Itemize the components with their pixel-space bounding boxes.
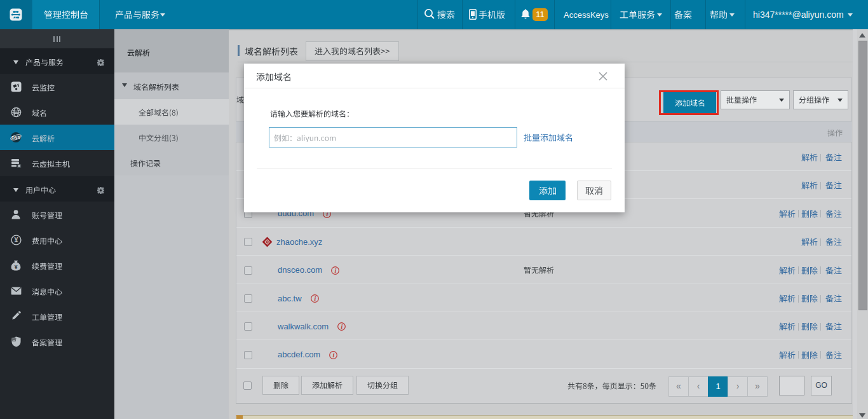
svg-text:i: i <box>333 351 335 358</box>
svg-text:i: i <box>314 295 316 302</box>
svg-text:¥: ¥ <box>15 263 18 270</box>
svg-text:DNS: DNS <box>11 135 20 140</box>
svg-text:i: i <box>341 323 343 330</box>
svg-text:i: i <box>335 266 337 273</box>
svg-text:¥: ¥ <box>15 236 18 244</box>
